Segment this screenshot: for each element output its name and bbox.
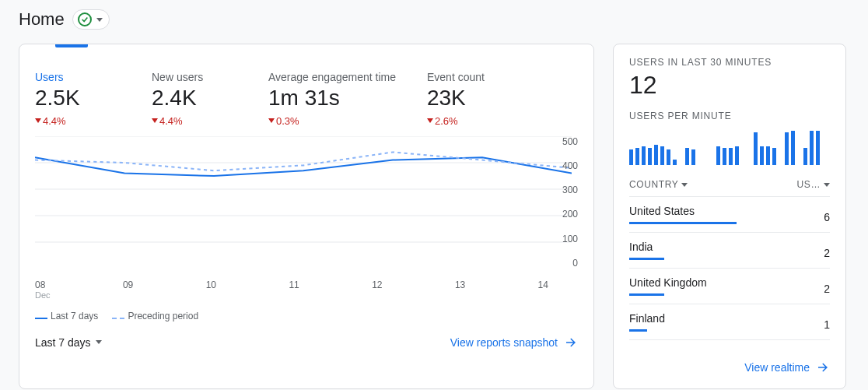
spark-bar bbox=[642, 146, 646, 165]
table-row: India 2 bbox=[629, 233, 830, 269]
arrow-down-icon bbox=[152, 118, 158, 123]
table-row: United Kingdom 2 bbox=[629, 269, 830, 304]
metric-label: Users bbox=[35, 71, 121, 83]
view-realtime-link[interactable]: View realtime bbox=[744, 360, 830, 374]
metric-label: New users bbox=[152, 71, 237, 83]
metric-value: 23K bbox=[427, 86, 513, 111]
spark-bar bbox=[760, 146, 764, 165]
status-dropdown[interactable] bbox=[72, 9, 110, 30]
metric-value: 1m 31s bbox=[268, 86, 396, 111]
chevron-down-icon bbox=[681, 183, 688, 187]
country-column-header[interactable]: COUNTRY bbox=[629, 179, 688, 190]
arrow-down-icon bbox=[427, 118, 433, 123]
spark-bar bbox=[791, 131, 795, 165]
metric-label: Average engagement time bbox=[268, 71, 396, 83]
metric-event-count[interactable]: Event count 23K 2.6% bbox=[427, 71, 513, 127]
spark-bar bbox=[785, 132, 789, 165]
spark-bar bbox=[648, 148, 652, 165]
arrow-down-icon bbox=[35, 118, 41, 123]
spark-bar bbox=[816, 131, 820, 165]
realtime-users-value: 12 bbox=[629, 71, 830, 100]
country-bar bbox=[629, 258, 664, 260]
view-reports-snapshot-link[interactable]: View reports snapshot bbox=[450, 336, 578, 350]
realtime-users-label: USERS IN LAST 30 MINUTES bbox=[629, 57, 830, 68]
country-name: Finland bbox=[629, 312, 824, 325]
spark-bar bbox=[754, 132, 758, 165]
metric-delta: 4.4% bbox=[152, 115, 237, 127]
spark-bar bbox=[654, 145, 658, 165]
metric-delta: 4.4% bbox=[35, 115, 121, 127]
spark-bar bbox=[766, 146, 770, 165]
users-line-chart: 5004003002001000 bbox=[35, 136, 578, 276]
check-circle-icon bbox=[78, 12, 92, 26]
country-name: United States bbox=[629, 205, 824, 217]
arrow-right-icon bbox=[564, 336, 578, 350]
metric-value: 2.5K bbox=[35, 86, 121, 111]
spark-bar bbox=[772, 148, 776, 165]
metric-value: 2.4K bbox=[152, 86, 237, 111]
chevron-down-icon bbox=[96, 340, 102, 344]
users-column-header[interactable]: US… bbox=[797, 179, 830, 190]
country-users: 1 bbox=[824, 318, 830, 331]
spark-bar bbox=[803, 148, 807, 165]
table-row: United States 6 bbox=[629, 197, 830, 233]
country-users: 2 bbox=[824, 247, 830, 259]
spark-bar bbox=[810, 131, 814, 165]
arrow-down-icon bbox=[268, 118, 275, 123]
chevron-down-icon bbox=[96, 18, 103, 22]
overview-card: Users 2.5K 4.4% New users 2.4K 4.4% Aver… bbox=[19, 44, 594, 389]
country-bar bbox=[629, 329, 647, 332]
spark-bar bbox=[629, 149, 633, 165]
date-range-picker[interactable]: Last 7 days bbox=[35, 336, 102, 349]
spark-bar bbox=[691, 149, 695, 165]
active-tab-indicator bbox=[55, 44, 88, 47]
spark-bar bbox=[716, 146, 720, 165]
metric-new-users[interactable]: New users 2.4K 4.4% bbox=[152, 71, 237, 127]
spark-bar bbox=[660, 146, 664, 165]
spark-bar bbox=[685, 148, 689, 165]
country-users: 6 bbox=[824, 211, 830, 223]
arrow-right-icon bbox=[816, 360, 830, 374]
spark-bar bbox=[723, 148, 726, 165]
country-bar bbox=[629, 222, 737, 224]
realtime-card: USERS IN LAST 30 MINUTES 12 USERS PER MI… bbox=[613, 44, 846, 389]
spark-bar bbox=[735, 146, 739, 165]
spark-bar bbox=[667, 149, 670, 165]
spark-bar bbox=[673, 160, 677, 165]
table-row: Finland 1 bbox=[629, 304, 830, 340]
country-name: India bbox=[629, 241, 824, 253]
chart-legend: Last 7 days Preceding period bbox=[35, 311, 578, 321]
users-per-minute-sparkline bbox=[629, 129, 830, 165]
metric-users[interactable]: Users 2.5K 4.4% bbox=[35, 71, 121, 127]
users-per-minute-label: USERS PER MINUTE bbox=[629, 111, 830, 121]
metric-label: Event count bbox=[427, 71, 513, 83]
country-users: 2 bbox=[824, 283, 830, 295]
page-title: Home bbox=[19, 9, 65, 30]
country-name: United Kingdom bbox=[629, 276, 824, 289]
spark-bar bbox=[635, 148, 639, 165]
chevron-down-icon bbox=[824, 183, 830, 187]
metric-delta: 0.3% bbox=[268, 115, 396, 127]
spark-bar bbox=[729, 148, 733, 165]
metric-delta: 2.6% bbox=[427, 115, 513, 127]
metric-average-engagement-time[interactable]: Average engagement time 1m 31s 0.3% bbox=[268, 71, 396, 127]
country-bar bbox=[629, 293, 664, 296]
